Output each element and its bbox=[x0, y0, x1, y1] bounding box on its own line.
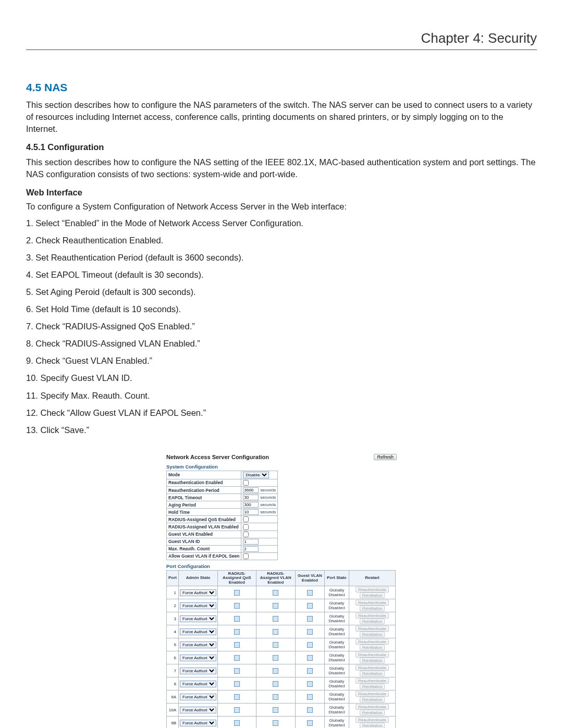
col-restart: Restart bbox=[349, 571, 395, 586]
qos-checkbox[interactable] bbox=[234, 603, 240, 609]
reauth-period-input[interactable] bbox=[243, 487, 259, 493]
step: 12. Check “Allow Guest VLAN if EAPOL See… bbox=[26, 407, 537, 419]
admin-state-select[interactable]: Force Authorized bbox=[180, 615, 216, 622]
rvlan-checkbox[interactable] bbox=[273, 707, 278, 713]
reauthenticate-button[interactable]: Reauthenticate bbox=[356, 639, 389, 645]
mode-select[interactable]: Disabled bbox=[243, 472, 269, 478]
reauthenticate-button[interactable]: Reauthenticate bbox=[356, 665, 389, 671]
hold-input[interactable] bbox=[243, 509, 259, 515]
rvlan-checkbox[interactable] bbox=[273, 694, 278, 700]
admin-state-select[interactable]: Force Authorized bbox=[180, 694, 216, 700]
rvlan-checkbox[interactable] bbox=[273, 616, 278, 622]
gvlan-checkbox[interactable] bbox=[307, 629, 313, 635]
rvlan-checkbox[interactable] bbox=[273, 629, 278, 635]
admin-state-select[interactable]: Force Authorized bbox=[180, 589, 216, 596]
max-reauth-input[interactable] bbox=[243, 546, 259, 552]
qos-checkbox[interactable] bbox=[234, 720, 240, 726]
rvlan-checkbox[interactable] bbox=[273, 720, 278, 726]
reinitialize-button[interactable]: Reinitialize bbox=[360, 606, 385, 611]
reauthenticate-button[interactable]: Reauthenticate bbox=[356, 652, 389, 658]
radius-qos-checkbox[interactable] bbox=[243, 516, 249, 522]
port-number: 1 bbox=[167, 586, 179, 599]
admin-state-select[interactable]: Force Authorized bbox=[180, 602, 216, 609]
rvlan-checkbox[interactable] bbox=[273, 590, 278, 596]
seconds-unit: seconds bbox=[260, 502, 276, 507]
gvlan-checkbox[interactable] bbox=[307, 590, 313, 596]
rvlan-checkbox[interactable] bbox=[273, 668, 278, 674]
reauth-en-checkbox[interactable] bbox=[243, 480, 249, 486]
port-state: Globally Disabled bbox=[324, 638, 349, 651]
admin-state-select[interactable]: Force Authorized bbox=[180, 655, 216, 661]
gvlan-checkbox[interactable] bbox=[307, 681, 313, 687]
gvlan-checkbox[interactable] bbox=[307, 694, 313, 700]
reauthenticate-button[interactable]: Reauthenticate bbox=[356, 691, 389, 697]
port-state: Globally Disabled bbox=[324, 625, 349, 638]
radius-vlan-checkbox[interactable] bbox=[243, 524, 249, 530]
reauthenticate-button[interactable]: Reauthenticate bbox=[356, 626, 389, 632]
col-admin: Admin State bbox=[179, 571, 218, 586]
gvlan-checkbox[interactable] bbox=[307, 655, 313, 661]
reinitialize-button[interactable]: Reinitialize bbox=[360, 710, 385, 715]
rvlan-checkbox[interactable] bbox=[273, 681, 278, 687]
qos-checkbox[interactable] bbox=[234, 681, 240, 687]
admin-state-select[interactable]: Force Authorized bbox=[180, 681, 216, 687]
col-port: Port bbox=[167, 571, 179, 586]
reauthenticate-button[interactable]: Reauthenticate bbox=[356, 717, 389, 723]
reauthenticate-button[interactable]: Reauthenticate bbox=[356, 678, 389, 684]
chapter-header: Chapter 4: Security bbox=[26, 30, 537, 50]
admin-state-select[interactable]: Force Authorized bbox=[180, 668, 216, 674]
guest-vlan-id-input[interactable] bbox=[243, 539, 259, 545]
admin-state-select[interactable]: Force Authorized bbox=[180, 641, 216, 648]
reinitialize-button[interactable]: Reinitialize bbox=[360, 645, 385, 650]
step: 8. Check “RADIUS-Assigned VLAN Enabled.” bbox=[26, 338, 537, 350]
reinitialize-button[interactable]: Reinitialize bbox=[360, 632, 385, 637]
allow-guest-checkbox[interactable] bbox=[243, 553, 249, 559]
gvlan-checkbox[interactable] bbox=[307, 603, 313, 609]
reauthenticate-button[interactable]: Reauthenticate bbox=[356, 613, 389, 619]
reauthenticate-button[interactable]: Reauthenticate bbox=[356, 704, 389, 710]
gvlan-checkbox[interactable] bbox=[307, 642, 313, 648]
port-state: Globally Disabled bbox=[324, 599, 349, 612]
rvlan-checkbox[interactable] bbox=[273, 603, 278, 609]
step: 10. Specify Guest VLAN ID. bbox=[26, 372, 537, 384]
gvlan-checkbox[interactable] bbox=[307, 668, 313, 674]
refresh-button[interactable]: Refresh bbox=[374, 454, 397, 460]
step: 6. Set Hold Time (default is 10 seconds)… bbox=[26, 303, 537, 315]
reinitialize-button[interactable]: Reinitialize bbox=[360, 593, 385, 598]
reauthenticate-button[interactable]: Reauthenticate bbox=[356, 587, 389, 593]
qos-checkbox[interactable] bbox=[234, 707, 240, 713]
reinitialize-button[interactable]: Reinitialize bbox=[360, 658, 385, 663]
qos-checkbox[interactable] bbox=[234, 668, 240, 674]
qos-checkbox[interactable] bbox=[234, 616, 240, 622]
rvlan-checkbox[interactable] bbox=[273, 642, 278, 648]
port-number: 6 bbox=[167, 651, 179, 664]
gvlan-checkbox[interactable] bbox=[307, 707, 313, 713]
reinitialize-button[interactable]: Reinitialize bbox=[360, 697, 385, 702]
gvlan-checkbox[interactable] bbox=[307, 720, 313, 726]
radius-vlan-label: RADIUS-Assigned VLAN Enabled bbox=[167, 523, 241, 530]
guest-vlan-en-checkbox[interactable] bbox=[243, 532, 249, 537]
qos-checkbox[interactable] bbox=[234, 590, 240, 596]
eapol-input[interactable] bbox=[243, 495, 259, 500]
reinitialize-button[interactable]: Reinitialize bbox=[360, 619, 385, 624]
aging-input[interactable] bbox=[243, 502, 259, 508]
qos-checkbox[interactable] bbox=[234, 642, 240, 648]
reauthenticate-button[interactable]: Reauthenticate bbox=[356, 600, 389, 606]
gvlan-checkbox[interactable] bbox=[307, 616, 313, 622]
port-number: 8 bbox=[167, 677, 179, 690]
admin-state-select[interactable]: Force Authorized bbox=[180, 720, 216, 726]
rvlan-checkbox[interactable] bbox=[273, 655, 278, 661]
step: 13. Click “Save.” bbox=[26, 424, 537, 436]
table-row: 1Force AuthorizedGlobally DisabledReauth… bbox=[167, 586, 396, 599]
reinitialize-button[interactable]: Reinitialize bbox=[360, 723, 385, 728]
qos-checkbox[interactable] bbox=[234, 629, 240, 635]
reinitialize-button[interactable]: Reinitialize bbox=[360, 684, 385, 689]
qos-checkbox[interactable] bbox=[234, 694, 240, 700]
port-config-table: Port Admin State RADIUS-Assigned QoS Ena… bbox=[166, 570, 396, 728]
qos-checkbox[interactable] bbox=[234, 655, 240, 661]
guest-vlan-id-label: Guest VLAN ID bbox=[167, 538, 241, 545]
reinitialize-button[interactable]: Reinitialize bbox=[360, 671, 385, 676]
seconds-unit: seconds bbox=[260, 495, 276, 500]
admin-state-select[interactable]: Force Authorized bbox=[180, 628, 216, 635]
admin-state-select[interactable]: Force Authorized bbox=[180, 707, 216, 713]
